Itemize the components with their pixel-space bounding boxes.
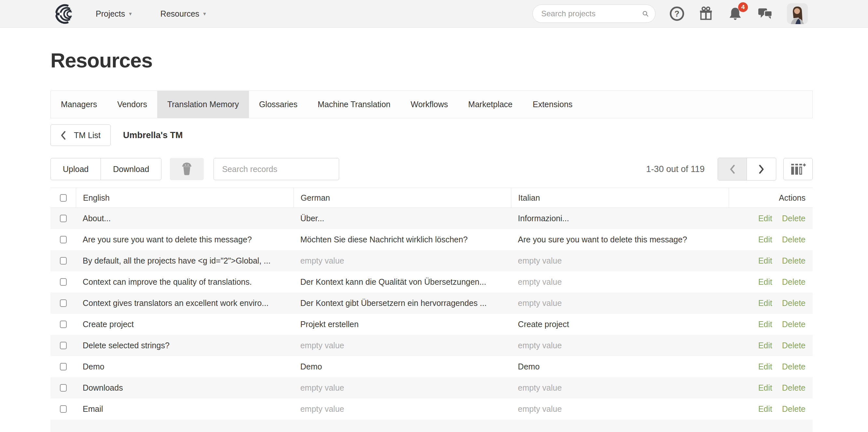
manage-columns-button[interactable] bbox=[783, 158, 813, 180]
delete-link[interactable]: Delete bbox=[782, 320, 806, 329]
help-icon[interactable]: ? bbox=[670, 6, 684, 21]
tab-translation-memory[interactable]: Translation Memory bbox=[157, 91, 249, 118]
table-row: Delete selected strings? empty value emp… bbox=[51, 335, 813, 356]
chevron-left-icon bbox=[730, 164, 736, 174]
cell-german: Projekt erstellen bbox=[293, 320, 511, 329]
delete-link[interactable]: Delete bbox=[782, 341, 806, 350]
table-row: Context gives translators an excellent w… bbox=[51, 293, 813, 314]
cell-german: Über... bbox=[293, 214, 511, 223]
cell-italian: empty value bbox=[511, 404, 729, 414]
search-icon[interactable] bbox=[642, 9, 649, 18]
tab-managers[interactable]: Managers bbox=[51, 91, 107, 118]
chevron-down-icon: ▾ bbox=[129, 11, 132, 17]
delete-link[interactable]: Delete bbox=[782, 383, 806, 393]
cell-italian: Create project bbox=[511, 320, 729, 329]
delete-link[interactable]: Delete bbox=[782, 214, 806, 223]
row-checkbox[interactable] bbox=[60, 236, 67, 243]
row-checkbox[interactable] bbox=[60, 215, 67, 222]
tab-marketplace[interactable]: Marketplace bbox=[458, 91, 523, 118]
row-checkbox[interactable] bbox=[60, 257, 67, 264]
tab-machine-translation[interactable]: Machine Translation bbox=[308, 91, 401, 118]
search-records-input[interactable] bbox=[214, 158, 339, 180]
cell-italian: empty value bbox=[511, 383, 729, 393]
header-italian: Italian bbox=[511, 188, 729, 207]
edit-link[interactable]: Edit bbox=[758, 256, 772, 265]
tab-extensions[interactable]: Extensions bbox=[523, 91, 583, 118]
gift-icon[interactable] bbox=[699, 6, 713, 21]
upload-download-group: Upload Download bbox=[51, 158, 161, 180]
table-row: About... Über... Informazioni... Edit De… bbox=[51, 208, 813, 229]
chevron-down-icon: ▾ bbox=[203, 11, 206, 17]
cell-italian: empty value bbox=[511, 256, 729, 265]
delete-link[interactable]: Delete bbox=[782, 277, 806, 287]
app-logo[interactable] bbox=[52, 4, 75, 24]
download-button[interactable]: Download bbox=[100, 158, 161, 180]
pagination bbox=[718, 158, 776, 180]
main-nav: Projects ▾ Resources ▾ bbox=[96, 9, 206, 19]
main-content: Resources ManagersVendorsTranslation Mem… bbox=[0, 49, 868, 432]
tab-vendors[interactable]: Vendors bbox=[107, 91, 157, 118]
projects-searchbox[interactable] bbox=[532, 5, 655, 23]
delete-link[interactable]: Delete bbox=[782, 235, 806, 244]
edit-link[interactable]: Edit bbox=[758, 235, 772, 244]
cell-english: Context gives translators an excellent w… bbox=[76, 298, 293, 308]
user-avatar[interactable] bbox=[787, 3, 808, 24]
cell-english: By default, all the projects have <g id=… bbox=[76, 256, 293, 265]
row-checkbox[interactable] bbox=[60, 384, 67, 392]
cell-german: empty value bbox=[293, 341, 511, 350]
row-checkbox[interactable] bbox=[60, 405, 67, 413]
edit-link[interactable]: Edit bbox=[758, 362, 772, 371]
cell-german: Möchten Sie diese Nachricht wirklich lös… bbox=[293, 235, 511, 244]
messages-icon[interactable] bbox=[757, 6, 773, 21]
cell-english: Downloads bbox=[76, 383, 293, 393]
row-checkbox[interactable] bbox=[60, 342, 67, 349]
row-checkbox[interactable] bbox=[60, 321, 67, 328]
cell-english: Email bbox=[76, 404, 293, 414]
topbar-right: ? 4 bbox=[532, 3, 808, 24]
prev-page-button[interactable] bbox=[718, 158, 747, 180]
delete-link[interactable]: Delete bbox=[782, 256, 806, 265]
tab-glossaries[interactable]: Glossaries bbox=[249, 91, 308, 118]
delete-selected-button[interactable] bbox=[170, 158, 204, 180]
edit-link[interactable]: Edit bbox=[758, 214, 772, 223]
delete-link[interactable]: Delete bbox=[782, 362, 806, 371]
notifications-bell[interactable]: 4 bbox=[728, 6, 743, 21]
table-row: By default, all the projects have <g id=… bbox=[51, 250, 813, 271]
delete-link[interactable]: Delete bbox=[782, 404, 806, 414]
cell-english: About... bbox=[76, 214, 293, 223]
tm-list-back-button[interactable]: TM List bbox=[51, 124, 111, 146]
edit-link[interactable]: Edit bbox=[758, 341, 772, 350]
row-checkbox[interactable] bbox=[60, 299, 67, 307]
row-checkbox[interactable] bbox=[60, 363, 67, 370]
edit-link[interactable]: Edit bbox=[758, 298, 772, 308]
columns-icon bbox=[790, 163, 806, 176]
edit-link[interactable]: Edit bbox=[758, 320, 772, 329]
tm-toolbar: Upload Download 1-30 out of 119 bbox=[51, 158, 813, 180]
edit-link[interactable]: Edit bbox=[758, 277, 772, 287]
delete-link[interactable]: Delete bbox=[782, 298, 806, 308]
table-row: Email empty value empty value Edit Delet… bbox=[51, 398, 813, 420]
cell-italian: Are you sure you want to delete this mes… bbox=[511, 235, 729, 244]
search-projects-input[interactable] bbox=[541, 9, 642, 18]
edit-link[interactable]: Edit bbox=[758, 404, 772, 414]
nav-projects[interactable]: Projects ▾ bbox=[96, 9, 132, 19]
nav-resources-label: Resources bbox=[160, 9, 199, 19]
row-checkbox[interactable] bbox=[60, 278, 67, 286]
tm-records-table: English German Italian Actions About... … bbox=[51, 188, 813, 432]
cell-german: empty value bbox=[293, 256, 511, 265]
table-body: About... Über... Informazioni... Edit De… bbox=[51, 208, 813, 432]
edit-link[interactable]: Edit bbox=[758, 383, 772, 393]
cell-english: Context can improve the quality of trans… bbox=[76, 277, 293, 287]
nav-resources[interactable]: Resources ▾ bbox=[160, 9, 206, 19]
upload-button[interactable]: Upload bbox=[51, 158, 101, 180]
trash-icon bbox=[181, 162, 193, 176]
tab-workflows[interactable]: Workflows bbox=[401, 91, 458, 118]
next-page-button[interactable] bbox=[747, 158, 776, 180]
cell-german: Demo bbox=[293, 362, 511, 371]
table-row: Context can improve the quality of trans… bbox=[51, 271, 813, 293]
resources-tabbar: ManagersVendorsTranslation MemoryGlossar… bbox=[51, 91, 813, 118]
nav-projects-label: Projects bbox=[96, 9, 125, 19]
select-all-checkbox[interactable] bbox=[60, 194, 67, 202]
header-english: English bbox=[76, 188, 293, 207]
table-row: Demo Demo Demo Edit Delete bbox=[51, 356, 813, 377]
